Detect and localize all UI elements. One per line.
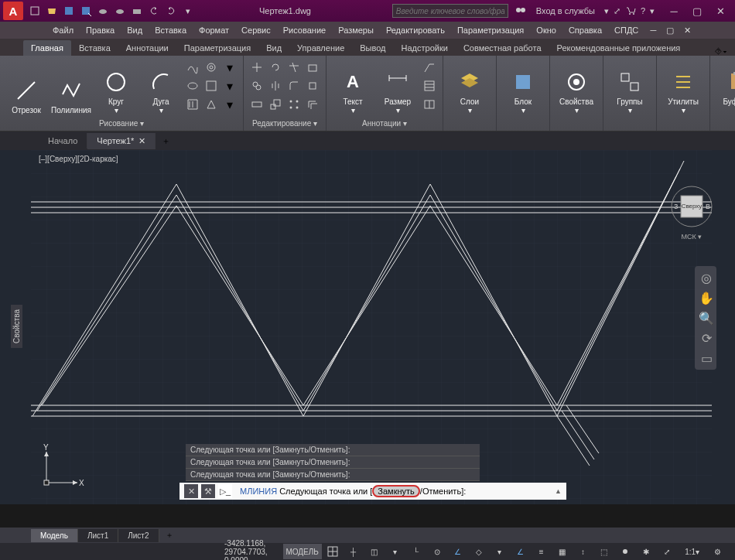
- layout-tab-sheet1[interactable]: Лист1: [78, 529, 118, 542]
- btn-explode-icon[interactable]: [304, 77, 321, 94]
- menu-dimension[interactable]: Размеры: [332, 23, 380, 37]
- ucs-icon[interactable]: X Y: [39, 444, 85, 493]
- ribbon-search-icon[interactable]: ⯑▾: [714, 46, 727, 56]
- status-model-button[interactable]: МОДЕЛЬ: [283, 544, 322, 559]
- cart-icon[interactable]: [625, 5, 636, 17]
- layout-tab-sheet2[interactable]: Лист2: [118, 529, 159, 542]
- doc-restore-icon[interactable]: ▢: [663, 23, 677, 37]
- nav-wheel-icon[interactable]: ◎: [698, 269, 715, 286]
- qat-undo-icon[interactable]: [147, 4, 161, 18]
- status-autoscale-icon[interactable]: ⤢: [657, 544, 677, 559]
- menu-edit[interactable]: Правка: [80, 23, 121, 37]
- status-lwt-icon[interactable]: ≡: [532, 544, 552, 559]
- status-transparency-icon[interactable]: ▦: [552, 544, 573, 559]
- doc-minimize-icon[interactable]: ─: [646, 23, 660, 37]
- menu-insert[interactable]: Вставка: [149, 23, 193, 37]
- help-dropdown-icon[interactable]: ▾: [650, 6, 655, 16]
- app-logo[interactable]: A: [3, 2, 23, 20]
- btn-circle[interactable]: Круг▾: [94, 59, 138, 116]
- qat-new-icon[interactable]: [28, 4, 42, 18]
- btn-annot-more-icon[interactable]: [421, 96, 438, 113]
- btn-polyline[interactable]: Полилиния: [50, 59, 93, 116]
- btn-dimension[interactable]: Размер▾: [376, 59, 419, 116]
- ribbon-tab-manage[interactable]: Управление: [289, 40, 352, 56]
- menu-parametric[interactable]: Параметризация: [451, 23, 530, 37]
- command-history[interactable]: Следующая точка или [Замкнуть/Отменить]:…: [186, 444, 480, 481]
- minimize-button[interactable]: ─: [662, 2, 685, 20]
- menu-draw[interactable]: Рисование: [277, 23, 332, 37]
- btn-move-icon[interactable]: [248, 59, 265, 76]
- ribbon-tab-home[interactable]: Главная: [23, 40, 71, 56]
- status-annotation-icon[interactable]: ▤: [729, 544, 735, 559]
- user-icon[interactable]: [514, 4, 527, 18]
- btn-leader-icon[interactable]: [421, 59, 438, 76]
- btn-scale-icon[interactable]: [267, 96, 284, 113]
- btn-groups[interactable]: Группы▾: [608, 59, 651, 116]
- drawing-canvas[interactable]: [–][Сверху][2D-каркас]: [0, 150, 735, 504]
- menu-view[interactable]: Вид: [121, 23, 149, 37]
- panel-title-modify[interactable]: Редактирование ▾: [247, 118, 323, 129]
- layout-tab-model[interactable]: Модель: [31, 529, 78, 542]
- search-input[interactable]: [392, 4, 508, 18]
- ribbon-tab-featured[interactable]: Рекомендованные приложения: [549, 40, 689, 56]
- status-3dosnap-icon[interactable]: ▾: [490, 544, 510, 559]
- status-otrack-icon[interactable]: ∠: [511, 544, 531, 559]
- status-ortho-icon[interactable]: └: [406, 544, 426, 559]
- btn-stretch-icon[interactable]: [248, 96, 265, 113]
- btn-line[interactable]: Отрезок: [5, 59, 48, 116]
- status-scale-display[interactable]: 1:1▾: [678, 544, 707, 559]
- ribbon-tab-parametric[interactable]: Параметризация: [176, 40, 258, 56]
- exchange-icon[interactable]: ▾: [604, 6, 609, 16]
- menu-help[interactable]: Справка: [562, 23, 608, 37]
- btn-point-icon[interactable]: [203, 96, 220, 113]
- qat-dropdown-icon[interactable]: ▾: [181, 4, 195, 18]
- file-tab-drawing1[interactable]: Чертеж1*✕: [87, 133, 156, 149]
- file-tab-start[interactable]: Начало: [39, 133, 87, 149]
- status-infer-icon[interactable]: ◫: [364, 544, 385, 559]
- btn-array-icon[interactable]: [285, 96, 303, 113]
- menu-spds[interactable]: СПДС: [608, 23, 644, 37]
- panel-title-annotation[interactable]: Аннотации ▾: [330, 118, 439, 129]
- btn-offset-icon[interactable]: [304, 96, 321, 113]
- coordinates-display[interactable]: -3428.1168, 29704.7703, 0.0000: [224, 539, 268, 561]
- btn-fillet-icon[interactable]: [285, 77, 303, 94]
- cmd-expand-icon[interactable]: ▲: [550, 487, 566, 495]
- ribbon-tab-view[interactable]: Вид: [258, 40, 289, 56]
- btn-spline-icon[interactable]: [184, 59, 201, 76]
- panel-title-draw[interactable]: Рисование ▾: [3, 118, 240, 129]
- menu-modify[interactable]: Редактировать: [380, 23, 451, 37]
- btn-trim-icon[interactable]: [285, 59, 303, 76]
- ribbon-tab-insert[interactable]: Вставка: [71, 40, 118, 56]
- btn-properties[interactable]: Свойства▾: [555, 59, 598, 116]
- btn-rotate-icon[interactable]: [267, 59, 284, 76]
- btn-draw-more-icon[interactable]: ▾: [221, 59, 238, 76]
- status-selection-icon[interactable]: ↕: [573, 544, 593, 559]
- cmd-close-icon[interactable]: ✕: [184, 484, 198, 498]
- ribbon-tab-annotate[interactable]: Аннотации: [118, 40, 176, 56]
- btn-block[interactable]: Блок▾: [501, 59, 545, 116]
- btn-arc[interactable]: Дуга▾: [139, 59, 183, 116]
- qat-save-icon[interactable]: [62, 4, 76, 18]
- status-osnap-icon[interactable]: ◇: [469, 544, 489, 559]
- btn-layers[interactable]: Слои▾: [448, 59, 491, 116]
- cmd-prompt-icon[interactable]: ▷_: [218, 484, 232, 498]
- status-polar-icon[interactable]: ⊙: [427, 544, 447, 559]
- qat-cloud-open-icon[interactable]: [96, 4, 110, 18]
- btn-clipboard[interactable]: Буфе…▾: [715, 59, 735, 116]
- btn-erase-icon[interactable]: [304, 59, 321, 76]
- ribbon-tab-collaborate[interactable]: Совместная работа: [456, 40, 549, 56]
- status-dynamic-icon[interactable]: ▾: [385, 544, 405, 559]
- menu-file[interactable]: Файл: [46, 23, 80, 37]
- btn-mirror-icon[interactable]: [267, 77, 284, 94]
- nav-pan-icon[interactable]: ✋: [698, 289, 715, 306]
- cmd-option-close[interactable]: Замкнуть: [372, 485, 419, 497]
- wcs-label[interactable]: МСК ▾: [670, 233, 713, 241]
- qat-redo-icon[interactable]: [164, 4, 178, 18]
- nav-orbit-icon[interactable]: ⟳: [698, 330, 715, 347]
- file-tab-add[interactable]: ＋: [156, 132, 176, 150]
- nav-showmotion-icon[interactable]: ▭: [698, 350, 715, 367]
- help-icon[interactable]: ?: [641, 6, 645, 15]
- file-tab-close-icon[interactable]: ✕: [138, 136, 145, 146]
- close-button[interactable]: ✕: [709, 2, 732, 20]
- status-workspace-icon[interactable]: ⚙: [708, 544, 728, 559]
